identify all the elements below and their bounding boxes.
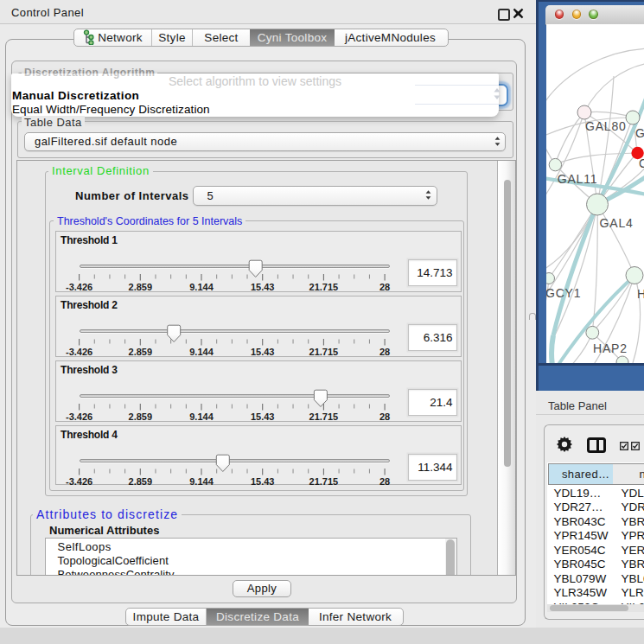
svg-text:H: H xyxy=(637,287,644,301)
svg-text:GAL80: GAL80 xyxy=(585,119,627,133)
svg-text:GAL11: GAL11 xyxy=(557,172,597,186)
svg-text:GCY1: GCY1 xyxy=(546,286,581,300)
svg-text:GAL4: GAL4 xyxy=(599,216,633,230)
svg-text:HAP2: HAP2 xyxy=(593,341,628,355)
svg-text:GA: GA xyxy=(635,126,644,140)
svg-text:C: C xyxy=(639,156,644,170)
